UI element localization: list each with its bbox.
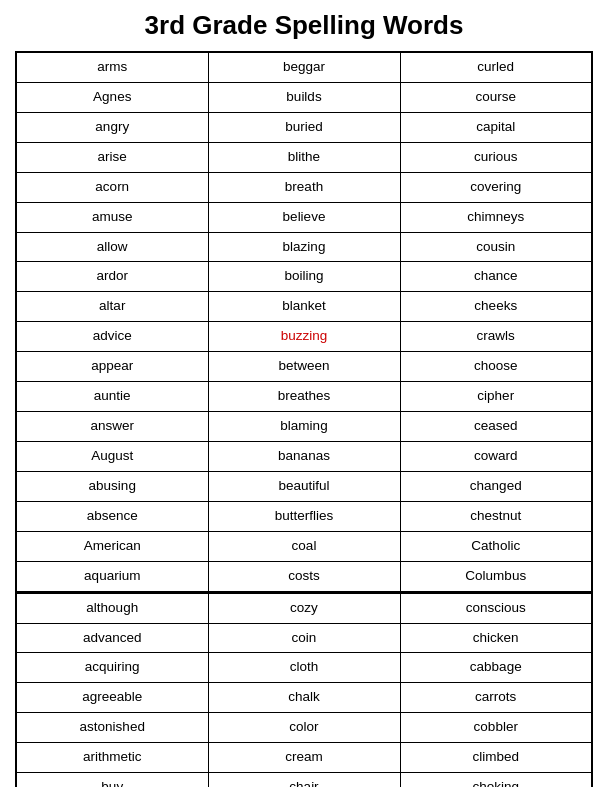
spelling-word: arms (23, 57, 202, 78)
spelling-word: acquiring (23, 657, 202, 678)
spelling-word: American (23, 536, 202, 557)
spelling-word: coal (215, 536, 394, 557)
spelling-word: chestnut (407, 506, 586, 527)
spelling-word: ardor (23, 266, 202, 287)
spelling-word: buzzing (215, 326, 394, 347)
spelling-word: builds (215, 87, 394, 108)
spelling-word: Columbus (407, 566, 586, 587)
spelling-word: chicken (407, 628, 586, 649)
spelling-word: breath (215, 177, 394, 198)
spelling-word: coin (215, 628, 394, 649)
spelling-word: choose (407, 356, 586, 377)
spelling-word: costs (215, 566, 394, 587)
spelling-word: conscious (407, 598, 586, 619)
spelling-word: chalk (215, 687, 394, 708)
spelling-word: coward (407, 446, 586, 467)
spelling-word: August (23, 446, 202, 467)
spelling-word: cheeks (407, 296, 586, 317)
spelling-word: advice (23, 326, 202, 347)
spelling-word: aquarium (23, 566, 202, 587)
spelling-word: altar (23, 296, 202, 317)
spelling-word: boiling (215, 266, 394, 287)
spelling-word: choking (407, 777, 586, 787)
spelling-word: bananas (215, 446, 394, 467)
spelling-word: cobbler (407, 717, 586, 738)
spelling-word: absence (23, 506, 202, 527)
spelling-word: astonished (23, 717, 202, 738)
spelling-word: blithe (215, 147, 394, 168)
spelling-word: allow (23, 237, 202, 258)
spelling-word: arithmetic (23, 747, 202, 768)
spelling-word: chair (215, 777, 394, 787)
spelling-word: changed (407, 476, 586, 497)
spelling-word: blazing (215, 237, 394, 258)
spelling-word: angry (23, 117, 202, 138)
spelling-word: auntie (23, 386, 202, 407)
spelling-word: butterflies (215, 506, 394, 527)
spelling-word: advanced (23, 628, 202, 649)
page-title: 3rd Grade Spelling Words (15, 10, 593, 41)
spelling-word: breathes (215, 386, 394, 407)
spelling-word: climbed (407, 747, 586, 768)
spelling-word: cream (215, 747, 394, 768)
spelling-word: Agnes (23, 87, 202, 108)
spelling-table: armsbeggarcurledAgnesbuildscourseangrybu… (15, 51, 593, 593)
spelling-word: cloth (215, 657, 394, 678)
spelling-word: appear (23, 356, 202, 377)
spelling-word: ceased (407, 416, 586, 437)
spelling-word: acorn (23, 177, 202, 198)
spelling-word: chance (407, 266, 586, 287)
spelling-word: abusing (23, 476, 202, 497)
spelling-word: blanket (215, 296, 394, 317)
spelling-word: curled (407, 57, 586, 78)
spelling-table-2: althoughcozyconsciousadvancedcoinchicken… (15, 592, 593, 787)
spelling-word: amuse (23, 207, 202, 228)
spelling-word: buried (215, 117, 394, 138)
spelling-word: carrots (407, 687, 586, 708)
spelling-word: between (215, 356, 394, 377)
spelling-word: cipher (407, 386, 586, 407)
spelling-word: Catholic (407, 536, 586, 557)
spelling-word: arise (23, 147, 202, 168)
spelling-word: beggar (215, 57, 394, 78)
spelling-word: crawls (407, 326, 586, 347)
spelling-word: cousin (407, 237, 586, 258)
spelling-word: color (215, 717, 394, 738)
spelling-word: answer (23, 416, 202, 437)
spelling-word: believe (215, 207, 394, 228)
spelling-word: blaming (215, 416, 394, 437)
spelling-word: beautiful (215, 476, 394, 497)
spelling-word: although (23, 598, 202, 619)
spelling-word: course (407, 87, 586, 108)
spelling-word: cozy (215, 598, 394, 619)
spelling-word: chimneys (407, 207, 586, 228)
spelling-word: buy (23, 777, 202, 787)
spelling-word: cabbage (407, 657, 586, 678)
spelling-word: agreeable (23, 687, 202, 708)
spelling-word: capital (407, 117, 586, 138)
spelling-word: covering (407, 177, 586, 198)
spelling-word: curious (407, 147, 586, 168)
